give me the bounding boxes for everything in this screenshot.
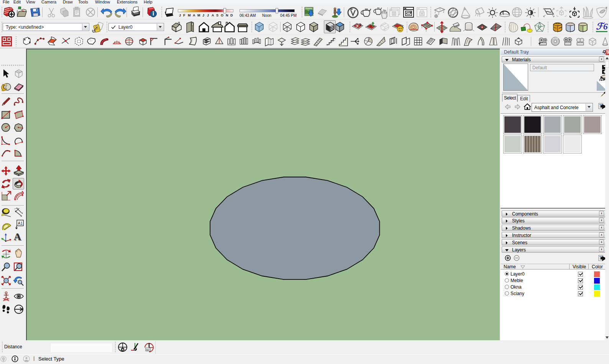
svg-text:A: A [14, 232, 21, 242]
svg-text:60°: 60° [146, 349, 150, 351]
svg-text:A1: A1 [18, 221, 23, 225]
svg-text:N: N [122, 348, 124, 351]
